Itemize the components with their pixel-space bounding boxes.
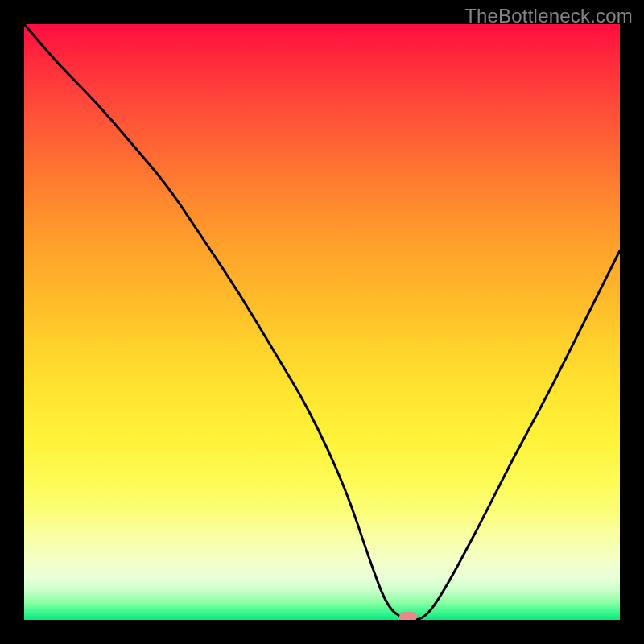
plot-area xyxy=(24,24,620,620)
bottleneck-curve xyxy=(24,24,620,620)
attribution-text: TheBottleneck.com xyxy=(464,5,633,27)
chart-frame: TheBottleneck.com xyxy=(0,0,644,644)
optimal-point-marker xyxy=(399,612,417,620)
